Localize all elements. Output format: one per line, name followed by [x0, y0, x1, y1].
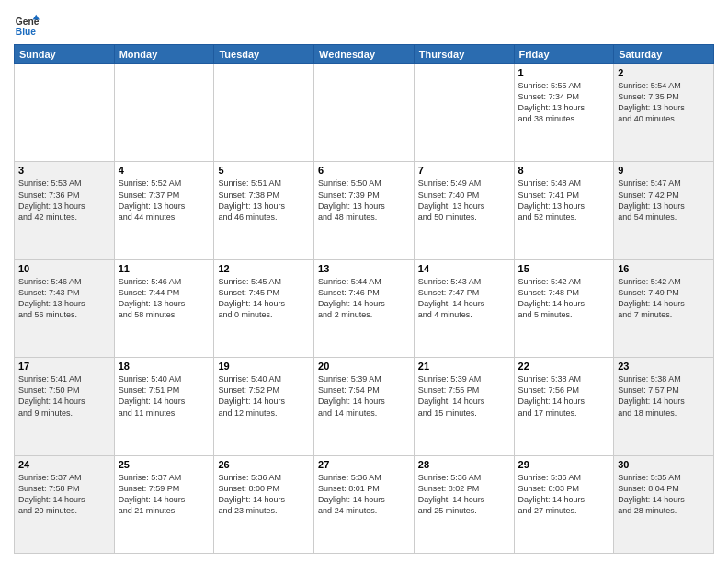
calendar-cell: 2Sunrise: 5:54 AMSunset: 7:35 PMDaylight…: [614, 64, 714, 162]
day-info: Sunrise: 5:50 AMSunset: 7:39 PMDaylight:…: [318, 178, 410, 223]
calendar-cell: 30Sunrise: 5:35 AMSunset: 8:04 PMDayligh…: [614, 455, 714, 553]
calendar-cell: [214, 64, 314, 162]
calendar-cell: 25Sunrise: 5:37 AMSunset: 7:59 PMDayligh…: [114, 455, 214, 553]
calendar-cell: 15Sunrise: 5:42 AMSunset: 7:48 PMDayligh…: [514, 259, 614, 357]
calendar-cell: 22Sunrise: 5:38 AMSunset: 7:56 PMDayligh…: [514, 358, 614, 455]
day-number: 6: [318, 165, 410, 176]
day-info: Sunrise: 5:37 AMSunset: 7:59 PMDaylight:…: [119, 472, 210, 517]
day-number: 16: [618, 263, 710, 274]
calendar-week-1: 1Sunrise: 5:55 AMSunset: 7:34 PMDaylight…: [15, 64, 714, 162]
day-info: Sunrise: 5:44 AMSunset: 7:46 PMDaylight:…: [318, 276, 410, 321]
calendar-cell: 20Sunrise: 5:39 AMSunset: 7:54 PMDayligh…: [314, 358, 415, 455]
day-number: 27: [318, 459, 410, 470]
calendar-cell: 21Sunrise: 5:39 AMSunset: 7:55 PMDayligh…: [414, 358, 514, 455]
day-number: 1: [518, 67, 610, 78]
day-number: 15: [518, 263, 610, 274]
day-info: Sunrise: 5:36 AMSunset: 8:03 PMDaylight:…: [518, 472, 610, 517]
day-number: 30: [618, 459, 710, 470]
day-number: 22: [518, 361, 610, 372]
day-info: Sunrise: 5:39 AMSunset: 7:54 PMDaylight:…: [318, 373, 410, 419]
day-info: Sunrise: 5:36 AMSunset: 8:01 PMDaylight:…: [318, 472, 410, 517]
day-number: 9: [618, 165, 710, 176]
page: General Blue SundayMondayTuesdayWednesda…: [0, 0, 728, 563]
calendar-cell: 4Sunrise: 5:52 AMSunset: 7:37 PMDaylight…: [114, 162, 214, 259]
day-number: 20: [318, 361, 410, 372]
calendar-cell: 16Sunrise: 5:42 AMSunset: 7:49 PMDayligh…: [614, 259, 714, 357]
weekday-header-saturday: Saturday: [614, 45, 714, 64]
calendar-cell: 26Sunrise: 5:36 AMSunset: 8:00 PMDayligh…: [214, 455, 314, 553]
day-number: 21: [418, 361, 510, 372]
calendar-cell: 27Sunrise: 5:36 AMSunset: 8:01 PMDayligh…: [314, 455, 415, 553]
calendar-cell: 9Sunrise: 5:47 AMSunset: 7:42 PMDaylight…: [614, 162, 714, 259]
day-info: Sunrise: 5:41 AMSunset: 7:50 PMDaylight:…: [18, 373, 110, 419]
calendar-week-3: 10Sunrise: 5:46 AMSunset: 7:43 PMDayligh…: [15, 259, 714, 357]
day-info: Sunrise: 5:38 AMSunset: 7:56 PMDaylight:…: [518, 373, 610, 419]
day-info: Sunrise: 5:42 AMSunset: 7:49 PMDaylight:…: [618, 276, 710, 321]
day-info: Sunrise: 5:36 AMSunset: 8:02 PMDaylight:…: [418, 472, 510, 517]
calendar-cell: 23Sunrise: 5:38 AMSunset: 7:57 PMDayligh…: [614, 358, 714, 455]
calendar-header-row: SundayMondayTuesdayWednesdayThursdayFrid…: [15, 45, 714, 64]
calendar-cell: [314, 64, 415, 162]
day-info: Sunrise: 5:37 AMSunset: 7:58 PMDaylight:…: [18, 472, 110, 517]
day-info: Sunrise: 5:45 AMSunset: 7:45 PMDaylight:…: [218, 276, 310, 321]
weekday-header-monday: Monday: [114, 45, 214, 64]
day-number: 11: [119, 263, 210, 274]
calendar-cell: 10Sunrise: 5:46 AMSunset: 7:43 PMDayligh…: [15, 259, 115, 357]
calendar-cell: 24Sunrise: 5:37 AMSunset: 7:58 PMDayligh…: [15, 455, 115, 553]
calendar-cell: 13Sunrise: 5:44 AMSunset: 7:46 PMDayligh…: [314, 259, 415, 357]
day-number: 26: [218, 459, 310, 470]
calendar-cell: [414, 64, 514, 162]
calendar-week-2: 3Sunrise: 5:53 AMSunset: 7:36 PMDaylight…: [15, 162, 714, 259]
calendar-cell: 5Sunrise: 5:51 AMSunset: 7:38 PMDaylight…: [214, 162, 314, 259]
calendar-cell: 12Sunrise: 5:45 AMSunset: 7:45 PMDayligh…: [214, 259, 314, 357]
day-info: Sunrise: 5:39 AMSunset: 7:55 PMDaylight:…: [418, 373, 510, 419]
weekday-header-friday: Friday: [514, 45, 614, 64]
calendar-cell: 28Sunrise: 5:36 AMSunset: 8:02 PMDayligh…: [414, 455, 514, 553]
day-info: Sunrise: 5:48 AMSunset: 7:41 PMDaylight:…: [518, 178, 610, 223]
day-number: 19: [218, 361, 310, 372]
day-number: 14: [418, 263, 510, 274]
calendar-cell: 3Sunrise: 5:53 AMSunset: 7:36 PMDaylight…: [15, 162, 115, 259]
day-number: 24: [18, 459, 110, 470]
calendar-cell: 1Sunrise: 5:55 AMSunset: 7:34 PMDaylight…: [514, 64, 614, 162]
day-number: 4: [119, 165, 210, 176]
calendar-cell: 8Sunrise: 5:48 AMSunset: 7:41 PMDaylight…: [514, 162, 614, 259]
day-number: 3: [18, 165, 110, 176]
calendar-cell: 7Sunrise: 5:49 AMSunset: 7:40 PMDaylight…: [414, 162, 514, 259]
calendar-cell: [114, 64, 214, 162]
day-info: Sunrise: 5:54 AMSunset: 7:35 PMDaylight:…: [618, 80, 710, 125]
day-info: Sunrise: 5:53 AMSunset: 7:36 PMDaylight:…: [18, 178, 110, 223]
header: General Blue: [14, 9, 714, 39]
calendar-table: SundayMondayTuesdayWednesdayThursdayFrid…: [14, 44, 714, 554]
day-info: Sunrise: 5:52 AMSunset: 7:37 PMDaylight:…: [119, 178, 210, 223]
calendar-week-4: 17Sunrise: 5:41 AMSunset: 7:50 PMDayligh…: [15, 358, 714, 455]
svg-text:Blue: Blue: [16, 27, 37, 37]
weekday-header-sunday: Sunday: [15, 45, 115, 64]
day-number: 18: [119, 361, 210, 372]
calendar-cell: 17Sunrise: 5:41 AMSunset: 7:50 PMDayligh…: [15, 358, 115, 455]
logo: General Blue: [14, 13, 40, 39]
day-info: Sunrise: 5:40 AMSunset: 7:52 PMDaylight:…: [218, 373, 310, 419]
day-number: 5: [218, 165, 310, 176]
calendar-cell: 19Sunrise: 5:40 AMSunset: 7:52 PMDayligh…: [214, 358, 314, 455]
calendar-cell: 14Sunrise: 5:43 AMSunset: 7:47 PMDayligh…: [414, 259, 514, 357]
day-info: Sunrise: 5:55 AMSunset: 7:34 PMDaylight:…: [518, 80, 610, 125]
calendar-cell: 6Sunrise: 5:50 AMSunset: 7:39 PMDaylight…: [314, 162, 415, 259]
day-number: 12: [218, 263, 310, 274]
day-number: 2: [618, 67, 710, 78]
weekday-header-tuesday: Tuesday: [214, 45, 314, 64]
day-number: 23: [618, 361, 710, 372]
calendar-cell: 18Sunrise: 5:40 AMSunset: 7:51 PMDayligh…: [114, 358, 214, 455]
day-number: 8: [518, 165, 610, 176]
day-number: 7: [418, 165, 510, 176]
calendar-week-5: 24Sunrise: 5:37 AMSunset: 7:58 PMDayligh…: [15, 455, 714, 553]
day-info: Sunrise: 5:42 AMSunset: 7:48 PMDaylight:…: [518, 276, 610, 321]
day-number: 29: [518, 459, 610, 470]
calendar-cell: [15, 64, 115, 162]
day-info: Sunrise: 5:46 AMSunset: 7:44 PMDaylight:…: [119, 276, 210, 321]
weekday-header-thursday: Thursday: [414, 45, 514, 64]
calendar-cell: 11Sunrise: 5:46 AMSunset: 7:44 PMDayligh…: [114, 259, 214, 357]
day-info: Sunrise: 5:51 AMSunset: 7:38 PMDaylight:…: [218, 178, 310, 223]
day-number: 13: [318, 263, 410, 274]
day-info: Sunrise: 5:36 AMSunset: 8:00 PMDaylight:…: [218, 472, 310, 517]
